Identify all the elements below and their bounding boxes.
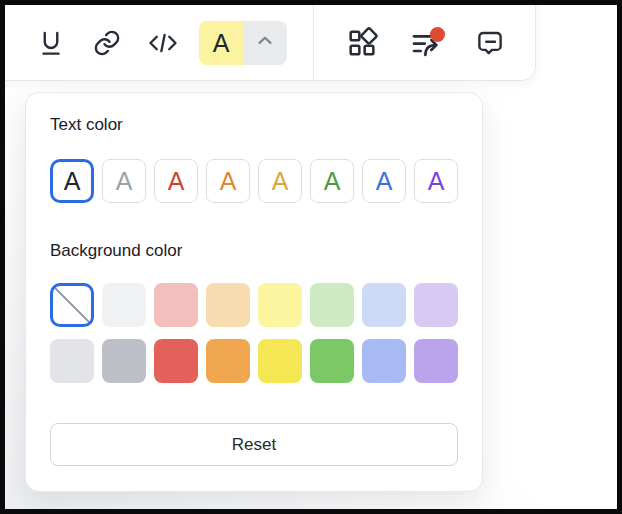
- text-color-swatch-blue[interactable]: A: [362, 159, 406, 203]
- underline-button[interactable]: [29, 21, 73, 65]
- text-color-swatch-amber[interactable]: A: [258, 159, 302, 203]
- text-color-swatch-green[interactable]: A: [310, 159, 354, 203]
- background-color-swatch-blue[interactable]: [362, 339, 406, 383]
- toolbar-divider: [313, 0, 314, 80]
- background-color-swatch-none[interactable]: [50, 283, 94, 327]
- background-color-swatch-gray[interactable]: [102, 339, 146, 383]
- ai-write-button[interactable]: [404, 21, 448, 65]
- background-color-swatch-red-light[interactable]: [154, 283, 198, 327]
- text-color-swatch-purple[interactable]: A: [414, 159, 458, 203]
- background-color-label: Background color: [50, 239, 458, 263]
- background-color-swatch-orange-light[interactable]: [206, 283, 250, 327]
- background-color-swatch-green-light[interactable]: [310, 283, 354, 327]
- code-button[interactable]: [141, 21, 185, 65]
- background-color-swatch-row-strong: [50, 339, 458, 383]
- background-color-swatch-row-light: [50, 283, 458, 327]
- underline-icon: [36, 28, 66, 58]
- text-color-label: Text color: [50, 113, 458, 137]
- background-color-swatch-yellow-light[interactable]: [258, 283, 302, 327]
- background-color-swatch-red[interactable]: [154, 339, 198, 383]
- comment-button[interactable]: [468, 21, 512, 65]
- background-color-swatch-yellow[interactable]: [258, 339, 302, 383]
- background-color-swatch-purple-light[interactable]: [414, 283, 458, 327]
- link-icon: [92, 28, 122, 58]
- text-color-split-button: A: [199, 21, 287, 65]
- notification-dot: [430, 27, 445, 42]
- background-color-swatch-orange[interactable]: [206, 339, 250, 383]
- text-color-swatch-orange[interactable]: A: [206, 159, 250, 203]
- text-color-button[interactable]: A: [199, 21, 243, 65]
- link-button[interactable]: [85, 21, 129, 65]
- comment-icon: [475, 28, 505, 58]
- background-color-swatch-gray-soft[interactable]: [50, 339, 94, 383]
- text-color-swatch-red[interactable]: A: [154, 159, 198, 203]
- formatting-toolbar: A: [0, 0, 536, 81]
- background-color-swatch-purple[interactable]: [414, 339, 458, 383]
- editor-screen: A: [0, 0, 622, 514]
- text-color-swatch-row: AAAAAAAA: [50, 159, 458, 203]
- text-color-swatch-default[interactable]: A: [50, 159, 94, 203]
- blocks-icon: [346, 27, 378, 59]
- color-picker-popover: Text color AAAAAAAA Background color Res…: [25, 92, 483, 492]
- chevron-up-icon: [254, 30, 276, 56]
- background-color-swatch-gray-light[interactable]: [102, 283, 146, 327]
- text-color-swatch-gray[interactable]: A: [102, 159, 146, 203]
- background-color-swatch-blue-light[interactable]: [362, 283, 406, 327]
- reset-button[interactable]: Reset: [50, 423, 458, 466]
- background-color-swatch-green[interactable]: [310, 339, 354, 383]
- text-color-expand-button[interactable]: [243, 21, 287, 65]
- code-icon: [147, 28, 179, 58]
- text-color-icon: A: [213, 31, 230, 56]
- blocks-button[interactable]: [340, 21, 384, 65]
